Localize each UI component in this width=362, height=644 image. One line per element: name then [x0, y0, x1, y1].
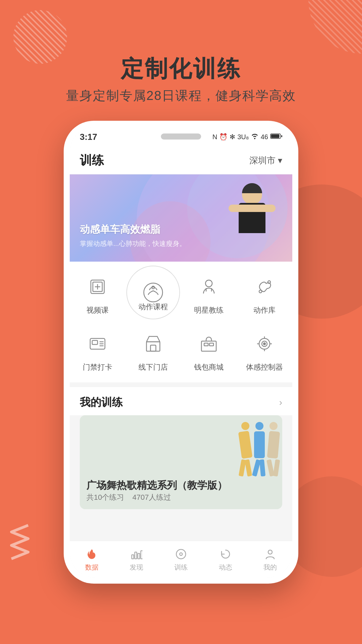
training-card-content: 广场舞热歌精选系列（教学版） 共10个练习 4707人练过 [80, 415, 282, 509]
menu-label-sensor: 体感控制器 [246, 362, 283, 372]
alarm-icon: ⏰ [219, 133, 228, 141]
nfc-icon: N [213, 133, 217, 141]
svg-point-11 [152, 286, 155, 289]
menu-label-wallet: 钱包商城 [194, 362, 224, 372]
svg-rect-35 [132, 555, 134, 559]
person-icon [263, 547, 278, 561]
bottom-nav: 数据 发现 [70, 541, 292, 578]
svg-rect-25 [201, 341, 216, 351]
svg-point-15 [259, 290, 262, 293]
shop-icon [194, 329, 224, 359]
signal-icon: 3U₈ [237, 133, 249, 141]
store-icon [138, 329, 168, 359]
nav-label-my: 我的 [263, 563, 277, 572]
battery-icon [270, 133, 282, 141]
svg-point-30 [263, 343, 265, 345]
menu-item-video[interactable]: 视频课 [74, 272, 121, 315]
svg-rect-37 [138, 553, 140, 559]
location-text: 深圳市 ▾ [249, 155, 282, 166]
svg-rect-1 [281, 135, 282, 137]
nav-item-discover[interactable]: 发现 [115, 547, 158, 572]
menu-section: 视频课 动作课程 [70, 262, 292, 382]
svg-point-16 [268, 281, 270, 283]
banner[interactable]: 动感单车高效燃脂 掌握动感单...心肺功能，快速瘦身。 [70, 174, 292, 262]
dance-figure-1 [240, 422, 251, 489]
svg-rect-2 [271, 134, 280, 138]
dance-figure-3 [268, 422, 279, 489]
menu-label-library: 动作库 [253, 305, 276, 315]
phone-mockup: 3:17 N ⏰ ✻ 3U₈ 46 训练 [64, 121, 298, 584]
svg-rect-23 [150, 345, 156, 351]
refresh-icon [218, 547, 233, 561]
menu-label-trainer: 明星教练 [194, 305, 224, 315]
nav-label-data: 数据 [85, 563, 99, 572]
menu-label-video: 视频课 [86, 305, 109, 315]
svg-rect-26 [204, 343, 208, 346]
menu-row-1: 视频课 动作课程 [70, 268, 292, 319]
zigzag-decoration [8, 522, 35, 564]
menu-label-access: 门禁打卡 [83, 362, 112, 372]
nav-item-data[interactable]: 数据 [70, 547, 114, 572]
training-card[interactable]: 广场舞热歌精选系列（教学版） 共10个练习 4707人练过 [80, 415, 282, 509]
menu-item-access[interactable]: 门禁打卡 [74, 329, 121, 372]
flame-icon [84, 547, 99, 561]
status-icons: N ⏰ ✻ 3U₈ 46 [213, 133, 282, 141]
nav-label-discover: 发现 [130, 563, 143, 572]
svg-rect-18 [92, 340, 98, 344]
bluetooth-icon: ✻ [230, 133, 235, 141]
menu-label-motion: 动作课程 [138, 302, 168, 312]
hero-title: 定制化训练 [0, 54, 362, 84]
app-header: 训练 深圳市 ▾ [70, 147, 292, 174]
disc-icon [174, 547, 188, 561]
wifi-icon [251, 133, 259, 141]
nav-item-activity[interactable]: 动态 [204, 547, 247, 572]
svg-rect-36 [135, 552, 137, 559]
banner-person-image [219, 181, 286, 262]
menu-row-2: 门禁打卡 线下门店 [70, 325, 292, 376]
phone-screen: 3:17 N ⏰ ✻ 3U₈ 46 训练 [70, 127, 292, 578]
my-training-header: 我的训练 › [70, 387, 292, 415]
card-icon [82, 329, 113, 359]
menu-label-store: 线下门店 [138, 362, 168, 372]
hero-subtitle: 量身定制专属28日课程，健身科学高效 [0, 87, 362, 104]
my-training-title: 我的训练 [80, 395, 123, 410]
sensor-icon [249, 329, 280, 359]
phone-speaker [161, 133, 201, 140]
dance-figures [240, 422, 279, 489]
app-title: 训练 [80, 152, 104, 169]
status-time: 3:17 [80, 132, 97, 142]
nav-item-train[interactable]: 训练 [159, 547, 203, 572]
trainer-icon [194, 272, 224, 302]
phone-outer: 3:17 N ⏰ ✻ 3U₈ 46 训练 [64, 121, 298, 584]
banner-subtitle: 掌握动感单...心肺功能，快速瘦身。 [80, 239, 186, 248]
menu-item-library[interactable]: 动作库 [241, 272, 288, 315]
bar-chart-icon [129, 547, 144, 561]
nav-item-my[interactable]: 我的 [248, 547, 292, 572]
menu-item-motion[interactable]: 动作课程 [130, 272, 177, 315]
menu-item-trainer[interactable]: 明星教练 [185, 272, 232, 315]
nav-label-train: 训练 [174, 563, 188, 572]
svg-rect-38 [141, 551, 142, 559]
location-selector[interactable]: 深圳市 ▾ [249, 155, 282, 166]
svg-rect-22 [146, 342, 160, 351]
banner-title: 动感单车高效燃脂 [80, 223, 186, 236]
chevron-right-icon[interactable]: › [279, 397, 282, 408]
muscle-icon [249, 272, 280, 302]
svg-point-41 [268, 550, 272, 554]
banner-text-area: 动感单车高效燃脂 掌握动感单...心肺功能，快速瘦身。 [80, 223, 186, 248]
box-icon [82, 272, 113, 302]
menu-item-sensor[interactable]: 体感控制器 [241, 329, 288, 372]
svg-point-12 [205, 280, 212, 287]
bg-stripes-decoration [308, 0, 362, 54]
svg-rect-27 [209, 343, 214, 346]
training-card-meta: 共10个练习 4707人练过 [86, 492, 171, 502]
lte-icon: 46 [261, 133, 268, 141]
nav-label-activity: 动态 [219, 563, 232, 572]
training-card-title: 广场舞热歌精选系列（教学版） [86, 479, 227, 492]
svg-point-39 [176, 549, 186, 559]
svg-point-40 [180, 553, 182, 555]
dance-figure-2 [254, 422, 265, 489]
menu-item-store[interactable]: 线下门店 [130, 329, 177, 372]
menu-item-wallet[interactable]: 钱包商城 [185, 329, 232, 372]
